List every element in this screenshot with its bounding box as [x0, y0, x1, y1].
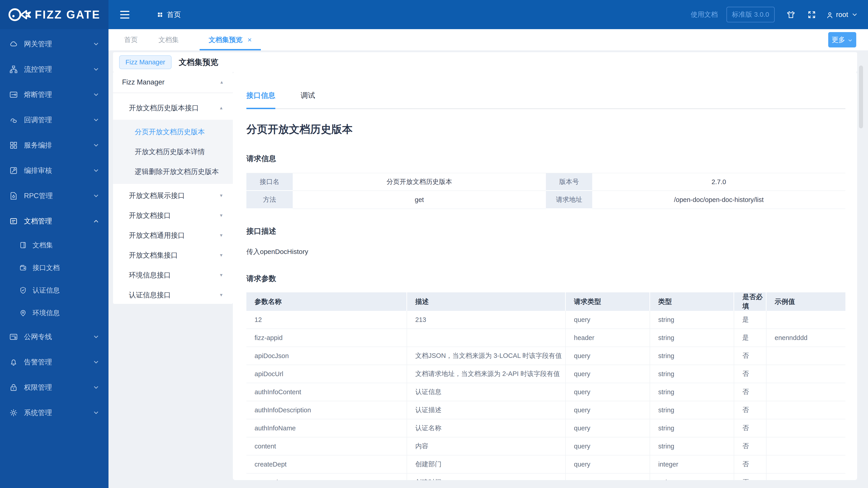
cell: string	[650, 437, 734, 455]
page-tabs: 首页 文档集 文档集预览 ×	[108, 29, 261, 51]
cell: query	[566, 437, 650, 455]
theme-tshirt-icon[interactable]	[786, 10, 796, 19]
doc-detail-panel: 接口信息 调试 分页开放文档历史版本 请求信息 接口名 分页开放文档历史版本 版…	[233, 72, 857, 480]
info-value: get	[293, 191, 546, 209]
col-request-type: 请求类型	[566, 292, 650, 311]
doc-tabs: 接口信息 调试	[246, 72, 845, 109]
sidebar-item-system[interactable]: 系统管理	[0, 400, 108, 425]
tree-root-fizz-manager[interactable]: Fizz Manager ▲	[113, 72, 233, 93]
use-doc-link[interactable]: 使用文档	[691, 10, 718, 19]
callback-cloud-icon	[9, 116, 18, 125]
table-row: 12213querystring是	[246, 311, 845, 329]
tree-group-doc-set-api[interactable]: 开放文档集接口▼	[113, 246, 233, 265]
topbar-home[interactable]: 首页	[157, 10, 181, 20]
cell: query	[566, 474, 650, 480]
tree-group-display-api[interactable]: 开放文档展示接口▼	[113, 186, 233, 205]
params-header-row: 参数名称 描述 请求类型 类型 是否必填 示例值	[246, 292, 845, 311]
workspace: Fizz Manager 文档集预览 Fizz Manager ▲ 开放文档历史…	[108, 51, 868, 488]
cell: query	[566, 311, 650, 329]
sidebar-item-orchestration-audit[interactable]: 编排审核	[0, 158, 108, 183]
tree-group-history-api[interactable]: 开放文档历史版本接口 ▲	[113, 99, 233, 117]
cell: string	[650, 401, 734, 419]
fullscreen-icon[interactable]	[807, 10, 816, 19]
vertical-scrollbar[interactable]	[859, 66, 863, 128]
user-menu[interactable]: root	[826, 11, 858, 19]
breadcrumb-badge[interactable]: Fizz Manager	[119, 55, 172, 69]
cell: 否	[734, 401, 767, 419]
cell: 认证信息	[407, 383, 566, 401]
cell	[767, 347, 845, 365]
cell: 12	[246, 311, 407, 329]
tree-leaf-history-detail[interactable]: 开放文档历史版本详情	[113, 142, 233, 162]
sidebar-item-gateway[interactable]: 网关管理	[0, 31, 108, 57]
sidebar-item-doc-set[interactable]: 文档集	[0, 234, 108, 256]
tab-home[interactable]: 首页	[124, 29, 138, 51]
app-logo[interactable]: FIZZ GATE	[0, 0, 108, 29]
cell: fizz-appid	[246, 329, 407, 347]
sidebar-item-api-doc[interactable]: 接口文档	[0, 256, 108, 279]
logo-text: FIZZ GATE	[35, 8, 101, 21]
cell: authInfoDescription	[246, 401, 407, 419]
cell: 文档请求地址，当文档来源为 2-API 时该字段有值	[407, 365, 566, 383]
close-icon[interactable]: ×	[248, 36, 252, 44]
tree-group-common-api[interactable]: 开放文档通用接口▼	[113, 225, 233, 246]
sidebar-item-label: 熔断管理	[24, 90, 93, 99]
tree-leaf-history-delete[interactable]: 逻辑删除开放文档历史版本	[113, 162, 233, 182]
sidebar-item-label: 文档集	[33, 240, 99, 250]
table-row: authInfoContent认证信息querystring否	[246, 383, 845, 401]
tree-group-auth-api[interactable]: 认证信息接口▼	[113, 285, 233, 304]
cell	[767, 383, 845, 401]
flow-icon	[9, 65, 18, 74]
hamburger-menu-icon[interactable]	[120, 10, 130, 19]
cell	[767, 419, 845, 437]
sidebar-item-callback[interactable]: 回调管理	[0, 107, 108, 133]
cell: query	[566, 347, 650, 365]
sidebar-item-rpc[interactable]: RPC管理	[0, 183, 108, 208]
table-row: createDept创建部门queryinteger否	[246, 455, 845, 474]
sidebar-item-flow-control[interactable]: 流控管理	[0, 57, 108, 82]
sidebar-item-permission[interactable]: 权限管理	[0, 375, 108, 400]
sidebar-submenu-docs: 文档集 接口文档 认证信息 环境信息	[0, 234, 108, 324]
cell: 213	[407, 311, 566, 329]
cell: createDept	[246, 455, 407, 474]
tab-debug[interactable]: 调试	[301, 91, 315, 108]
tab-doc-set[interactable]: 文档集	[158, 29, 179, 51]
table-row: createTime创建时间querystring否	[246, 474, 845, 480]
chevron-down-icon	[93, 66, 99, 73]
tab-api-info[interactable]: 接口信息	[246, 91, 275, 108]
cell	[767, 365, 845, 383]
chevron-down-icon	[93, 410, 99, 416]
sidebar-item-circuit-breaker[interactable]: 熔断管理	[0, 82, 108, 107]
wallet-icon	[19, 264, 27, 272]
cell: 创建部门	[407, 455, 566, 474]
document-icon	[9, 217, 18, 226]
cell: string	[650, 329, 734, 347]
tree-group-env-api[interactable]: 环境信息接口▼	[113, 265, 233, 285]
cell	[407, 329, 566, 347]
section-request-info: 请求信息	[246, 154, 845, 164]
table-row: content内容querystring否	[246, 437, 845, 455]
tree-leaf-page-history[interactable]: 分页开放文档历史版本	[113, 122, 233, 142]
table-row: apiDocUrl文档请求地址，当文档来源为 2-API 时该字段有值query…	[246, 365, 845, 383]
location-pin-icon	[19, 309, 27, 317]
sidebar-item-env-info[interactable]: 环境信息	[0, 302, 108, 324]
sidebar-item-orchestration[interactable]: 服务编排	[0, 133, 108, 158]
sidebar-item-alert[interactable]: 告警管理	[0, 350, 108, 375]
col-param-name: 参数名称	[246, 292, 407, 311]
cell: authInfoContent	[246, 383, 407, 401]
sidebar-item-doc-management[interactable]: 文档管理	[0, 208, 108, 234]
cell: 内容	[407, 437, 566, 455]
more-button[interactable]: 更多	[828, 32, 856, 47]
api-title: 分页开放文档历史版本	[246, 122, 845, 136]
tree-group-open-doc-api[interactable]: 开放文档接口▼	[113, 205, 233, 225]
topbar-right: 使用文档 标准版 3.0.0 root	[691, 7, 858, 22]
tab-doc-set-preview[interactable]: 文档集预览 ×	[199, 29, 261, 51]
chevron-down-icon	[93, 384, 99, 391]
sidebar-item-label: 流控管理	[24, 65, 93, 74]
table-row: apiDocJson文档JSON，当文档来源为 3-LOCAL 时该字段有值qu…	[246, 347, 845, 365]
sidebar-item-public-line[interactable]: 公网专线	[0, 324, 108, 350]
sidebar-item-label: 环境信息	[33, 308, 99, 318]
topbar: 首页 使用文档 标准版 3.0.0 root	[108, 0, 868, 29]
sidebar-item-auth-info[interactable]: 认证信息	[0, 279, 108, 302]
cell: 是	[734, 329, 767, 347]
